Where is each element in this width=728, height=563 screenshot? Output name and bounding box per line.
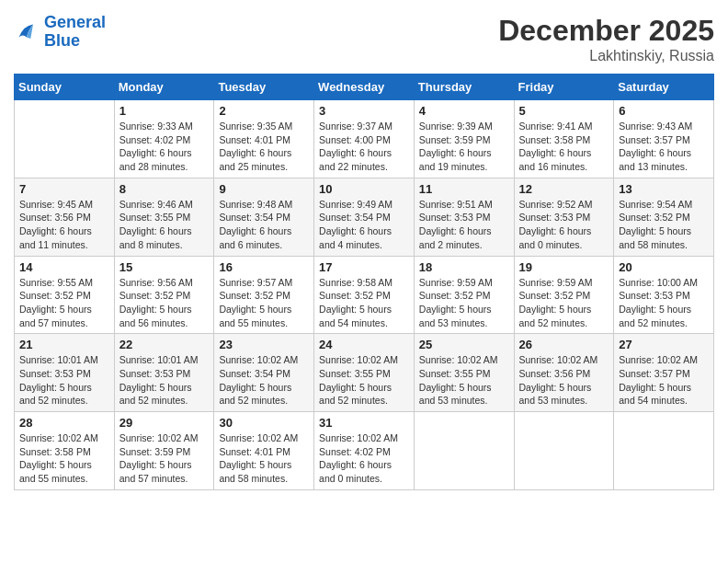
day-info: Sunrise: 10:02 AM Sunset: 3:55 PM Daylig…	[419, 353, 509, 408]
day-number: 29	[119, 416, 210, 430]
day-info: Sunrise: 9:37 AM Sunset: 4:00 PM Dayligh…	[319, 120, 409, 174]
day-info: Sunrise: 10:02 AM Sunset: 3:55 PM Daylig…	[319, 353, 409, 408]
day-number: 7	[19, 182, 109, 196]
week-row-3: 14Sunrise: 9:55 AM Sunset: 3:52 PM Dayli…	[15, 256, 714, 334]
calendar-cell: 14Sunrise: 9:55 AM Sunset: 3:52 PM Dayli…	[15, 256, 115, 334]
day-info: Sunrise: 10:02 AM Sunset: 3:57 PM Daylig…	[619, 353, 709, 408]
day-info: Sunrise: 9:59 AM Sunset: 3:52 PM Dayligh…	[419, 276, 509, 330]
day-number: 14	[19, 260, 109, 274]
calendar-cell: 20Sunrise: 10:00 AM Sunset: 3:53 PM Dayl…	[614, 256, 714, 334]
day-info: Sunrise: 9:52 AM Sunset: 3:53 PM Dayligh…	[519, 198, 609, 252]
page-header: General Blue December 2025 Lakhtinskiy, …	[14, 14, 714, 64]
calendar-cell: 12Sunrise: 9:52 AM Sunset: 3:53 PM Dayli…	[514, 178, 614, 256]
day-number: 2	[219, 104, 309, 118]
calendar-cell: 17Sunrise: 9:58 AM Sunset: 3:52 PM Dayli…	[314, 256, 415, 334]
calendar-cell: 18Sunrise: 9:59 AM Sunset: 3:52 PM Dayli…	[414, 256, 514, 334]
calendar-cell: 13Sunrise: 9:54 AM Sunset: 3:52 PM Dayli…	[614, 178, 714, 256]
day-info: Sunrise: 9:48 AM Sunset: 3:54 PM Dayligh…	[219, 198, 309, 252]
day-number: 30	[219, 416, 309, 430]
day-info: Sunrise: 9:35 AM Sunset: 4:01 PM Dayligh…	[219, 120, 309, 174]
day-number: 23	[219, 338, 309, 351]
day-info: Sunrise: 10:02 AM Sunset: 3:56 PM Daylig…	[519, 353, 609, 408]
day-header-wednesday: Wednesday	[314, 75, 415, 100]
calendar-cell: 27Sunrise: 10:02 AM Sunset: 3:57 PM Dayl…	[614, 334, 714, 412]
day-number: 8	[119, 182, 210, 196]
day-header-thursday: Thursday	[414, 75, 514, 100]
logo: General Blue	[14, 14, 106, 51]
day-number: 21	[19, 338, 109, 351]
location-title: Lakhtinskiy, Russia	[498, 48, 714, 64]
day-info: Sunrise: 10:02 AM Sunset: 4:02 PM Daylig…	[319, 431, 409, 486]
day-info: Sunrise: 9:57 AM Sunset: 3:52 PM Dayligh…	[219, 276, 309, 330]
day-number: 5	[519, 104, 609, 118]
calendar-cell: 25Sunrise: 10:02 AM Sunset: 3:55 PM Dayl…	[414, 334, 514, 412]
calendar-cell	[15, 100, 115, 178]
calendar-table: SundayMondayTuesdayWednesdayThursdayFrid…	[14, 74, 714, 490]
day-info: Sunrise: 9:55 AM Sunset: 3:52 PM Dayligh…	[19, 276, 109, 330]
calendar-cell: 24Sunrise: 10:02 AM Sunset: 3:55 PM Dayl…	[314, 334, 415, 412]
calendar-cell: 19Sunrise: 9:59 AM Sunset: 3:52 PM Dayli…	[514, 256, 614, 334]
calendar-cell: 9Sunrise: 9:48 AM Sunset: 3:54 PM Daylig…	[214, 178, 314, 256]
day-number: 3	[319, 104, 409, 118]
day-number: 24	[319, 338, 409, 351]
day-number: 18	[419, 260, 509, 274]
title-block: December 2025 Lakhtinskiy, Russia	[498, 14, 714, 64]
day-info: Sunrise: 9:58 AM Sunset: 3:52 PM Dayligh…	[319, 276, 409, 330]
calendar-cell: 22Sunrise: 10:01 AM Sunset: 3:53 PM Dayl…	[114, 334, 214, 412]
day-number: 9	[219, 182, 309, 196]
calendar-cell: 1Sunrise: 9:33 AM Sunset: 4:02 PM Daylig…	[114, 100, 214, 178]
calendar-cell: 23Sunrise: 10:02 AM Sunset: 3:54 PM Dayl…	[214, 334, 314, 412]
day-number: 6	[619, 104, 709, 118]
day-info: Sunrise: 10:00 AM Sunset: 3:53 PM Daylig…	[619, 276, 709, 330]
calendar-cell: 30Sunrise: 10:02 AM Sunset: 4:01 PM Dayl…	[214, 412, 314, 490]
logo-text: General Blue	[44, 14, 106, 51]
calendar-cell: 21Sunrise: 10:01 AM Sunset: 3:53 PM Dayl…	[15, 334, 115, 412]
calendar-cell: 4Sunrise: 9:39 AM Sunset: 3:59 PM Daylig…	[414, 100, 514, 178]
calendar-cell: 15Sunrise: 9:56 AM Sunset: 3:52 PM Dayli…	[114, 256, 214, 334]
day-number: 13	[619, 182, 709, 196]
day-header-sunday: Sunday	[15, 75, 115, 100]
day-info: Sunrise: 9:46 AM Sunset: 3:55 PM Dayligh…	[119, 198, 210, 252]
day-header-monday: Monday	[114, 75, 214, 100]
month-title: December 2025	[498, 14, 714, 48]
day-info: Sunrise: 9:49 AM Sunset: 3:54 PM Dayligh…	[319, 198, 409, 252]
day-info: Sunrise: 9:33 AM Sunset: 4:02 PM Dayligh…	[119, 120, 210, 174]
calendar-cell: 3Sunrise: 9:37 AM Sunset: 4:00 PM Daylig…	[314, 100, 415, 178]
day-number: 20	[619, 260, 709, 274]
day-number: 11	[419, 182, 509, 196]
day-number: 22	[119, 338, 210, 351]
calendar-cell: 10Sunrise: 9:49 AM Sunset: 3:54 PM Dayli…	[314, 178, 415, 256]
calendar-cell: 16Sunrise: 9:57 AM Sunset: 3:52 PM Dayli…	[214, 256, 314, 334]
day-number: 4	[419, 104, 509, 118]
day-number: 16	[219, 260, 309, 274]
calendar-body: 1Sunrise: 9:33 AM Sunset: 4:02 PM Daylig…	[15, 100, 714, 490]
day-number: 12	[519, 182, 609, 196]
calendar-cell: 26Sunrise: 10:02 AM Sunset: 3:56 PM Dayl…	[514, 334, 614, 412]
day-info: Sunrise: 10:01 AM Sunset: 3:53 PM Daylig…	[19, 353, 109, 408]
day-number: 31	[319, 416, 409, 430]
day-number: 27	[619, 338, 709, 351]
day-info: Sunrise: 9:41 AM Sunset: 3:58 PM Dayligh…	[519, 120, 609, 174]
day-number: 10	[319, 182, 409, 196]
calendar-cell: 29Sunrise: 10:02 AM Sunset: 3:59 PM Dayl…	[114, 412, 214, 490]
day-header-saturday: Saturday	[614, 75, 714, 100]
calendar-cell: 28Sunrise: 10:02 AM Sunset: 3:58 PM Dayl…	[15, 412, 115, 490]
day-info: Sunrise: 9:59 AM Sunset: 3:52 PM Dayligh…	[519, 276, 609, 330]
week-row-4: 21Sunrise: 10:01 AM Sunset: 3:53 PM Dayl…	[15, 334, 714, 412]
day-info: Sunrise: 9:54 AM Sunset: 3:52 PM Dayligh…	[619, 198, 709, 252]
day-number: 1	[119, 104, 210, 118]
calendar-cell: 2Sunrise: 9:35 AM Sunset: 4:01 PM Daylig…	[214, 100, 314, 178]
day-info: Sunrise: 9:43 AM Sunset: 3:57 PM Dayligh…	[619, 120, 709, 174]
calendar-cell	[414, 412, 514, 490]
day-number: 19	[519, 260, 609, 274]
day-info: Sunrise: 10:02 AM Sunset: 3:59 PM Daylig…	[119, 431, 210, 486]
calendar-cell	[614, 412, 714, 490]
day-info: Sunrise: 9:45 AM Sunset: 3:56 PM Dayligh…	[19, 198, 109, 252]
calendar-cell: 7Sunrise: 9:45 AM Sunset: 3:56 PM Daylig…	[15, 178, 115, 256]
calendar-cell	[514, 412, 614, 490]
day-header-friday: Friday	[514, 75, 614, 100]
day-info: Sunrise: 10:02 AM Sunset: 3:54 PM Daylig…	[219, 353, 309, 408]
week-row-2: 7Sunrise: 9:45 AM Sunset: 3:56 PM Daylig…	[15, 178, 714, 256]
day-number: 25	[419, 338, 509, 351]
day-info: Sunrise: 9:51 AM Sunset: 3:53 PM Dayligh…	[419, 198, 509, 252]
